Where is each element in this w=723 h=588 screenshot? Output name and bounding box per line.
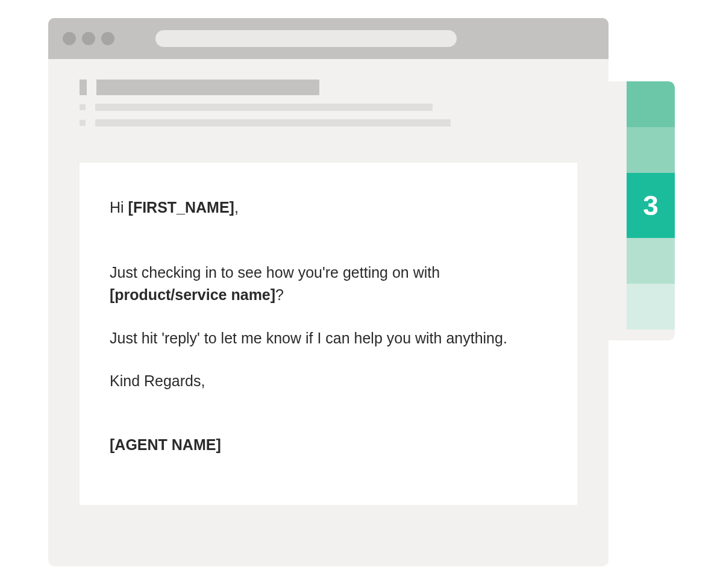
greeting-name: [FIRST_NAME] <box>128 199 234 216</box>
line1-text-a: Just checking in to see how you're getti… <box>110 264 440 281</box>
line1-text-c: ? <box>275 286 284 303</box>
placeholder-text-bar <box>95 104 433 111</box>
tab-5[interactable] <box>627 284 675 330</box>
email-signoff: Kind Regards, <box>110 370 547 393</box>
placeholder-subject-bar <box>96 80 319 95</box>
greeting-suffix: , <box>234 199 239 216</box>
email-header-placeholder <box>48 59 609 127</box>
address-bar[interactable] <box>155 30 457 47</box>
placeholder-bullet <box>80 120 86 126</box>
agent-name-text: [AGENT NAME] <box>110 436 221 453</box>
line1-product: [product/service name] <box>110 286 275 303</box>
greeting-prefix: Hi <box>110 199 128 216</box>
tabs-strip: 3 <box>627 81 675 330</box>
tab-2[interactable] <box>627 127 675 173</box>
tab-3-label: 3 <box>643 189 659 222</box>
tab-3-active[interactable]: 3 <box>627 173 675 238</box>
email-line-2: Just hit 'reply' to let me know if I can… <box>110 327 547 350</box>
tab-1[interactable] <box>627 81 675 127</box>
window-titlebar <box>48 18 609 59</box>
email-agent-name: [AGENT NAME] <box>110 434 547 457</box>
placeholder-bullet <box>80 80 87 95</box>
email-body: Hi [FIRST_NAME], Just checking in to see… <box>80 163 577 505</box>
minimize-dot-icon[interactable] <box>82 32 95 45</box>
tab-4[interactable] <box>627 238 675 284</box>
maximize-dot-icon[interactable] <box>101 32 114 45</box>
browser-window: Hi [FIRST_NAME], Just checking in to see… <box>48 18 609 566</box>
placeholder-bullet <box>80 104 86 110</box>
email-line-1: Just checking in to see how you're getti… <box>110 261 547 307</box>
traffic-lights <box>63 32 114 45</box>
placeholder-text-bar <box>95 119 451 127</box>
email-greeting: Hi [FIRST_NAME], <box>110 196 547 219</box>
close-dot-icon[interactable] <box>63 32 76 45</box>
